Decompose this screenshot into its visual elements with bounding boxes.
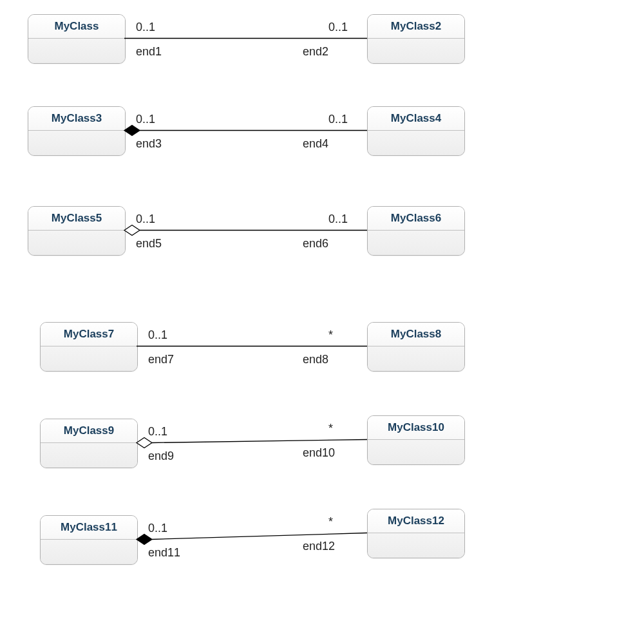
class-body	[28, 39, 125, 63]
class-body	[41, 540, 137, 564]
role-left: end7	[148, 353, 174, 366]
class-body	[368, 346, 464, 371]
role-left: end1	[136, 45, 162, 59]
class-body	[368, 131, 464, 155]
class-box-myclass3[interactable]: MyClass3	[28, 106, 126, 156]
role-right: end4	[303, 137, 328, 151]
svg-line-5	[152, 533, 367, 540]
multiplicity-right: *	[328, 328, 333, 342]
class-title: MyClass7	[41, 323, 137, 346]
class-box-myclass7[interactable]: MyClass7	[40, 322, 138, 372]
role-left: end3	[136, 137, 162, 151]
class-box-myclass10[interactable]: MyClass10	[367, 415, 465, 465]
multiplicity-left: 0..1	[136, 213, 155, 226]
multiplicity-right: 0..1	[328, 213, 348, 226]
class-body	[368, 533, 464, 558]
multiplicity-right: 0..1	[328, 21, 348, 34]
role-right: end2	[303, 45, 328, 59]
class-title: MyClass3	[28, 107, 125, 131]
aggregation-diamond-icon	[137, 438, 152, 448]
multiplicity-right: 0..1	[328, 113, 348, 126]
class-box-myclass6[interactable]: MyClass6	[367, 206, 465, 256]
class-body	[28, 231, 125, 255]
composition-diamond-icon	[124, 126, 140, 136]
class-title: MyClass	[28, 15, 125, 39]
class-title: MyClass9	[41, 419, 137, 443]
class-body	[41, 346, 137, 371]
composition-diamond-icon	[137, 535, 152, 545]
role-right: end8	[303, 353, 328, 366]
role-left: end11	[148, 546, 180, 560]
class-title: MyClass8	[368, 323, 464, 346]
class-box-myclass2[interactable]: MyClass2	[367, 14, 465, 64]
aggregation-diamond-icon	[124, 225, 140, 236]
role-right: end10	[303, 446, 335, 460]
role-left: end9	[148, 450, 174, 463]
role-left: end5	[136, 237, 162, 251]
class-body	[368, 39, 464, 63]
class-box-myclass11[interactable]: MyClass11	[40, 515, 138, 565]
multiplicity-right: *	[328, 422, 333, 435]
class-box-myclass4[interactable]: MyClass4	[367, 106, 465, 156]
class-box-myclass5[interactable]: MyClass5	[28, 206, 126, 256]
role-right: end6	[303, 237, 328, 251]
class-box-myclass9[interactable]: MyClass9	[40, 419, 138, 468]
class-box-myclass12[interactable]: MyClass12	[367, 509, 465, 558]
multiplicity-left: 0..1	[148, 522, 167, 535]
class-title: MyClass4	[368, 107, 464, 131]
class-body	[368, 440, 464, 464]
class-title: MyClass11	[41, 516, 137, 540]
class-title: MyClass12	[368, 509, 464, 533]
class-body	[28, 131, 125, 155]
class-title: MyClass2	[368, 15, 464, 39]
multiplicity-left: 0..1	[136, 21, 155, 34]
multiplicity-left: 0..1	[148, 328, 167, 342]
svg-line-4	[152, 440, 367, 443]
multiplicity-left: 0..1	[136, 113, 155, 126]
class-title: MyClass10	[368, 416, 464, 440]
role-right: end12	[303, 540, 335, 553]
class-box-myclass8[interactable]: MyClass8	[367, 322, 465, 372]
multiplicity-left: 0..1	[148, 425, 167, 439]
multiplicity-right: *	[328, 515, 333, 529]
class-body	[368, 231, 464, 255]
class-title: MyClass6	[368, 207, 464, 231]
class-box-myclass[interactable]: MyClass	[28, 14, 126, 64]
class-body	[41, 443, 137, 468]
class-title: MyClass5	[28, 207, 125, 231]
